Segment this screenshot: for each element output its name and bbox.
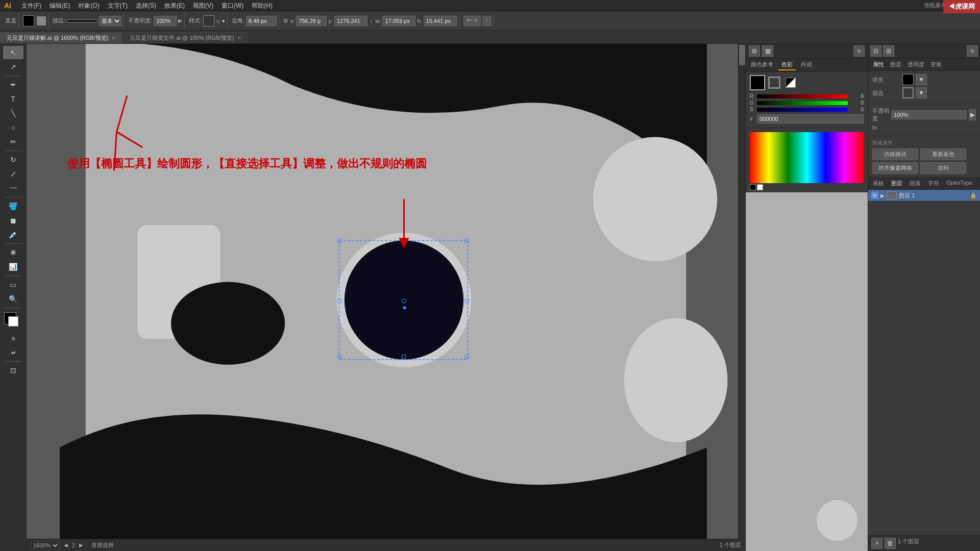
delete-layer-btn[interactable]: 🗑	[885, 538, 896, 549]
stroke-color-swatch[interactable]	[768, 77, 780, 89]
layers-tab-opentype[interactable]: OpenType	[944, 179, 975, 188]
rotate-tool[interactable]: ↻	[3, 153, 23, 166]
attr-stroke-options-btn[interactable]: ▼	[916, 87, 927, 98]
stroke-swatch-toolbar[interactable]	[37, 16, 46, 26]
quick-action-btn-3[interactable]: 对齐像素网格	[872, 162, 918, 174]
zoom-select[interactable]: 1600%	[31, 541, 60, 550]
quick-action-btn-4[interactable]: 排列	[920, 162, 966, 174]
y-input[interactable]	[334, 16, 368, 26]
tab-2[interactable]: 元旦是只猫资文件.ai @ 100% (RGB/预览) ✕	[123, 32, 248, 43]
text-tool[interactable]: T	[3, 92, 23, 106]
pen-tool[interactable]: ✒	[3, 78, 23, 91]
menu-object[interactable]: 对象(O)	[74, 0, 103, 11]
symbol-tool[interactable]: ❋	[3, 246, 23, 259]
white-swatch[interactable]	[757, 184, 763, 190]
layer-row-1[interactable]: 👁 ▶ 图层 1 🔒	[868, 190, 980, 202]
attr-fill-swatch[interactable]	[902, 74, 914, 85]
attr-icon-3[interactable]: ≡	[967, 45, 978, 57]
menu-view[interactable]: 视图(V)	[189, 0, 217, 11]
fill-swatch[interactable]	[23, 15, 34, 27]
pencil-tool[interactable]: ✏	[3, 135, 23, 148]
distribute-btn[interactable]: ⁝	[482, 16, 492, 26]
layer-lock-icon[interactable]: 🔒	[970, 192, 977, 199]
corner-input[interactable]	[246, 16, 277, 26]
shape-tool[interactable]: ○	[3, 121, 23, 134]
style-preview[interactable]	[203, 15, 214, 27]
opacity-input[interactable]	[154, 16, 177, 26]
tab-1-close[interactable]: ✕	[111, 35, 115, 41]
reset-colors-btn[interactable]	[786, 78, 796, 88]
menu-file[interactable]: 文件(F)	[17, 0, 45, 11]
attr-tab-transform[interactable]: 变换	[928, 60, 944, 69]
quick-action-btn-1[interactable]: 仿移路径	[872, 148, 918, 160]
paintbucket-tool[interactable]: 🪣	[3, 199, 23, 213]
scrollbar-thumb-v[interactable]	[739, 45, 745, 65]
menu-text[interactable]: 文字(T)	[104, 0, 132, 11]
new-layer-btn[interactable]: +	[871, 538, 883, 549]
layers-tab-artboard[interactable]: 画板	[870, 179, 887, 188]
menu-select[interactable]: 选择(S)	[132, 0, 160, 11]
eyedropper-tool[interactable]: 💉	[3, 228, 23, 241]
swap-colors-btn[interactable]: ⇄	[3, 346, 23, 359]
chart-tool[interactable]: 📊	[3, 260, 23, 273]
tab-1[interactable]: 元旦是只猫讲解.ai @ 1600% (RGB/预览) ✕	[0, 32, 122, 43]
color-picker-btn[interactable]: ⊞	[749, 45, 760, 57]
quick-action-btn-2[interactable]: 重新着色	[920, 148, 966, 160]
g-slider[interactable]	[757, 101, 848, 105]
color-spectrum[interactable]	[750, 132, 864, 183]
h-input[interactable]	[424, 16, 457, 26]
menu-help[interactable]: 帮助(H)	[248, 0, 277, 11]
attr-tab-properties[interactable]: 属性	[870, 60, 887, 69]
menu-effect[interactable]: 效果(E)	[160, 0, 189, 11]
align-btn[interactable]: ⊢⊣	[463, 16, 481, 26]
attr-fill-options-btn[interactable]: ▼	[916, 74, 927, 85]
opacity-arrow-btn[interactable]: ▶	[969, 109, 976, 120]
direct-select-tool[interactable]: ↗	[3, 60, 23, 73]
canvas-area[interactable]: 使用【椭圆工具】绘制圆形，【直接选择工具】调整，做出不规则的椭圆 1600% ◀…	[27, 44, 745, 551]
select-tool[interactable]: ↖	[3, 46, 23, 59]
r-slider[interactable]	[757, 94, 848, 98]
attr-tab-layers[interactable]: 图层	[888, 60, 904, 69]
color-tab-ref[interactable]: 颜色参考	[748, 60, 776, 70]
background-swatch[interactable]	[8, 316, 18, 327]
scale-tool[interactable]: ⤢	[3, 167, 23, 181]
attr-icon-2[interactable]: ⊞	[883, 45, 894, 57]
layers-tab-layers[interactable]: 图层	[889, 179, 905, 188]
color-tab-color[interactable]: 色彩	[778, 60, 796, 70]
nav-right-icon[interactable]: ▶	[79, 542, 83, 548]
layers-tab-paragraph[interactable]: 段落	[907, 179, 923, 188]
color-tab-appearance[interactable]: 外观	[798, 60, 815, 70]
status-bar: 1600% ◀ 2 ▶ 直接选择 1 个图层	[27, 539, 745, 551]
layers-tab-character[interactable]: 字符	[925, 179, 942, 188]
svg-point-5	[624, 318, 728, 442]
menu-window[interactable]: 窗口(W)	[217, 0, 248, 11]
swatch-btn[interactable]: ▦	[762, 45, 773, 57]
opacity-input-attr[interactable]	[891, 110, 967, 119]
zoom-tool[interactable]: 🔍	[3, 292, 23, 306]
x-input[interactable]	[296, 16, 327, 26]
layer-expand-icon[interactable]: ▶	[880, 193, 885, 198]
black-swatch[interactable]	[750, 184, 756, 190]
screen-mode-btn[interactable]: ⊡	[3, 364, 23, 377]
artboard-tool[interactable]: ▭	[3, 278, 23, 291]
vertical-scrollbar[interactable]	[738, 44, 745, 539]
hex-input[interactable]	[757, 114, 864, 123]
attr-icon-1[interactable]: ⊟	[870, 45, 881, 57]
attr-stroke-swatch[interactable]	[902, 87, 914, 98]
b-slider[interactable]	[757, 108, 848, 112]
attr-tab-opacity[interactable]: 透明度	[905, 60, 927, 69]
layer-vis-icon[interactable]: 👁	[871, 192, 878, 199]
none-swatch[interactable]: ⊘	[3, 332, 23, 345]
nav-left-icon[interactable]: ◀	[64, 542, 68, 548]
menu-edit[interactable]: 编辑(E)	[45, 0, 74, 11]
warp-tool[interactable]: 〰	[3, 182, 23, 195]
w-input[interactable]	[382, 16, 415, 26]
color-swatch-area[interactable]	[4, 312, 22, 329]
tab-2-close[interactable]: ✕	[237, 35, 241, 41]
fill-color-swatch[interactable]	[750, 75, 765, 90]
layer-count-status: 1 个图层	[720, 541, 741, 549]
stroke-type-select[interactable]: 基本	[99, 16, 121, 26]
line-tool[interactable]: ╲	[3, 107, 23, 120]
gradient-tool[interactable]: ◼	[3, 214, 23, 227]
panel-menu-btn[interactable]: ≡	[853, 45, 865, 57]
